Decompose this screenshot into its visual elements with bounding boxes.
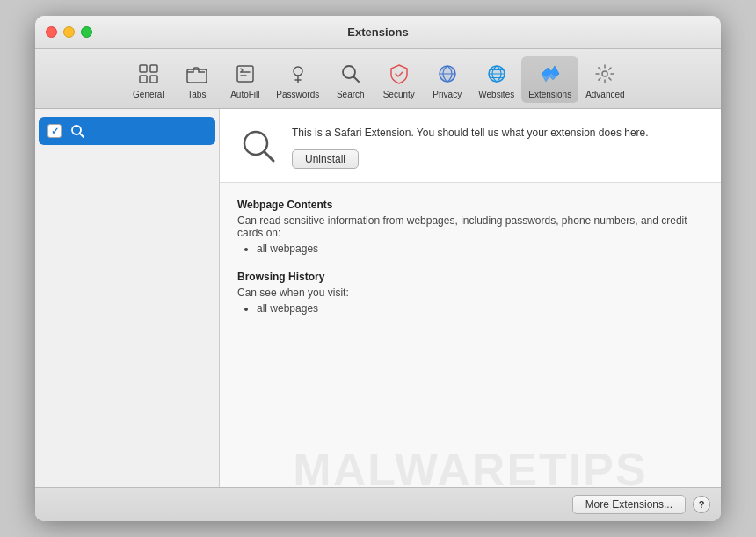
detail-pane: This is a Safari Extension. You should t…	[220, 109, 721, 487]
advanced-icon	[591, 60, 619, 88]
watermark: MALWARETIPS	[293, 443, 647, 487]
close-button[interactable]	[46, 26, 57, 38]
bottom-bar: More Extensions... ?	[35, 487, 721, 521]
svg-rect-3	[150, 76, 157, 83]
help-button[interactable]: ?	[693, 496, 710, 513]
svg-point-10	[602, 71, 607, 76]
toolbar-item-tabs[interactable]: Tabs	[172, 56, 221, 103]
permissions-section: Webpage Contents Can read sensitive info…	[220, 183, 721, 487]
permission-group-history: Browsing History Can see when you visit:…	[237, 271, 703, 315]
uninstall-button[interactable]: Uninstall	[292, 149, 359, 169]
extension-header: This is a Safari Extension. You should t…	[220, 109, 721, 183]
window-controls	[46, 26, 92, 38]
toolbar: General Tabs AutoFill	[35, 49, 721, 109]
svg-rect-2	[140, 76, 147, 83]
browsing-history-desc: Can see when you visit:	[237, 287, 703, 299]
browsing-history-list: all webpages	[237, 302, 703, 315]
main-content: ✓	[35, 109, 721, 487]
extension-header-icon	[237, 125, 280, 167]
webpage-list-item: all webpages	[257, 243, 703, 255]
toolbar-item-privacy[interactable]: Privacy	[423, 56, 471, 103]
tabs-label: Tabs	[187, 90, 206, 99]
svg-rect-0	[140, 65, 147, 72]
passwords-label: Passwords	[276, 90, 319, 99]
tabs-icon	[183, 60, 211, 88]
websites-icon	[483, 60, 511, 88]
extension-info: This is a Safari Extension. You should t…	[292, 125, 703, 169]
toolbar-item-security[interactable]: Security	[374, 56, 423, 103]
toolbar-item-extensions[interactable]: Extensions	[521, 56, 578, 103]
security-icon	[385, 60, 413, 88]
webpage-contents-list: all webpages	[237, 243, 703, 255]
security-label: Security	[383, 90, 415, 99]
toolbar-item-advanced[interactable]: Advanced	[578, 56, 631, 103]
sidebar-extension-icon	[69, 122, 86, 140]
titlebar: Extensions	[35, 16, 721, 49]
sidebar: ✓	[35, 109, 220, 487]
webpage-contents-title: Webpage Contents	[237, 199, 703, 211]
search-icon	[337, 60, 365, 88]
webpage-contents-desc: Can read sensitive information from webp…	[237, 214, 703, 239]
permission-group-webpage: Webpage Contents Can read sensitive info…	[237, 199, 703, 255]
svg-point-6	[294, 67, 302, 76]
toolbar-item-autofill[interactable]: AutoFill	[221, 56, 269, 103]
svg-rect-5	[237, 66, 253, 82]
privacy-icon	[433, 60, 462, 88]
toolbar-item-passwords[interactable]: Passwords	[269, 56, 326, 103]
websites-label: Websites	[478, 90, 514, 99]
autofill-label: AutoFill	[230, 90, 259, 99]
minimize-button[interactable]	[63, 26, 75, 38]
extensions-icon	[536, 60, 564, 88]
general-label: General	[133, 90, 164, 99]
autofill-icon	[231, 60, 259, 88]
toolbar-item-search[interactable]: Search	[326, 56, 374, 103]
check-icon: ✓	[51, 126, 59, 137]
sidebar-item-search-ext[interactable]: ✓	[39, 117, 215, 145]
more-extensions-button[interactable]: More Extensions...	[572, 495, 686, 514]
window-title: Extensions	[347, 25, 408, 39]
passwords-icon	[284, 60, 312, 88]
general-icon	[134, 60, 163, 88]
history-list-item: all webpages	[257, 302, 703, 315]
extensions-label: Extensions	[528, 90, 571, 99]
maximize-button[interactable]	[81, 26, 92, 38]
toolbar-item-general[interactable]: General	[124, 56, 172, 103]
toolbar-item-websites[interactable]: Websites	[471, 56, 521, 103]
search-label: Search	[337, 90, 365, 99]
privacy-label: Privacy	[433, 90, 462, 99]
main-window: Extensions General Tabs	[35, 16, 721, 521]
extension-checkbox[interactable]: ✓	[47, 124, 62, 138]
extension-description: This is a Safari Extension. You should t…	[292, 125, 703, 141]
browsing-history-title: Browsing History	[237, 271, 703, 283]
svg-rect-1	[150, 65, 157, 72]
advanced-label: Advanced	[585, 90, 624, 99]
